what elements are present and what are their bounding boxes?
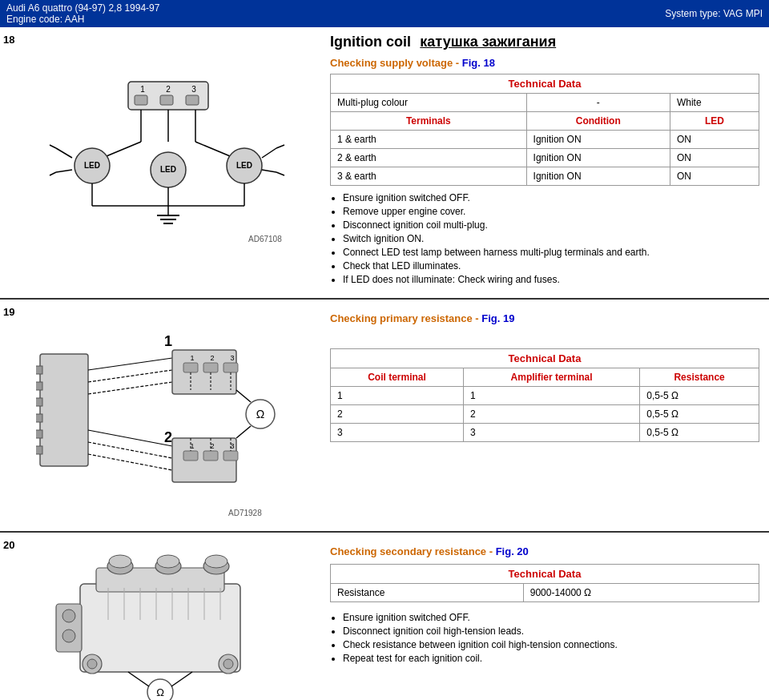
bullet-18-1: Ensure ignition switched OFF. xyxy=(343,192,759,203)
svg-rect-70 xyxy=(223,451,238,461)
engine-code: Engine code: AAH xyxy=(6,14,84,25)
section-18-title-area: Ignition coil катушка зажигания xyxy=(330,34,759,50)
tech-header-18: Technical Data xyxy=(331,74,759,94)
row19-1-res: 0,5-5 Ω xyxy=(640,387,759,405)
content-area: 18 1 2 3 xyxy=(0,27,769,700)
svg-rect-4 xyxy=(135,95,147,105)
svg-text:Ω: Ω xyxy=(256,408,264,420)
svg-text:LED: LED xyxy=(236,160,252,169)
bullet-20-2: Disconnect ignition coil high-tension le… xyxy=(343,626,759,637)
row19-2-coil: 2 xyxy=(331,405,464,424)
row19-2-amp: 2 xyxy=(463,405,639,424)
svg-text:1: 1 xyxy=(140,85,145,94)
svg-line-15 xyxy=(56,170,72,172)
row18-3-cond: Ignition ON xyxy=(526,167,670,186)
section-18: 18 1 2 3 xyxy=(0,27,769,300)
svg-rect-69 xyxy=(203,451,218,461)
bullet-18-3: Disconnect ignition coil multi-plug. xyxy=(343,219,759,231)
svg-text:2: 2 xyxy=(210,354,214,362)
svg-point-85 xyxy=(62,630,75,642)
svg-rect-53 xyxy=(183,363,198,372)
row18-1-cond: Ignition ON xyxy=(526,131,670,149)
bullet-18-5: Connect LED test lamp between harness mu… xyxy=(343,247,759,258)
bullets-20: Ensure ignition switched OFF. Disconnect… xyxy=(343,612,759,664)
section-18-checking: Checking supply voltage - Fig. 18 xyxy=(330,57,759,69)
svg-line-25 xyxy=(276,172,284,175)
svg-line-23 xyxy=(276,145,284,148)
bullet-18-6: Check that LED illuminates. xyxy=(343,260,759,272)
svg-rect-55 xyxy=(223,363,238,372)
row18-3-term: 3 & earth xyxy=(331,167,527,186)
svg-rect-41 xyxy=(36,446,42,454)
section-19-diagram: 1 1 2 3 Ω xyxy=(24,300,320,531)
section-18-content: Ignition coil катушка зажигания Checking… xyxy=(320,27,769,298)
fig18-link[interactable]: Fig. 18 xyxy=(462,57,495,69)
bullet-18-2: Remove upper engine cover. xyxy=(343,206,759,217)
bullet-20-4: Repeat test for each ignition coil. xyxy=(343,653,759,664)
row18-2-cond: Ignition ON xyxy=(526,149,670,167)
svg-point-82 xyxy=(205,555,227,568)
svg-point-97 xyxy=(223,659,233,669)
meta-label-18: Multi-plug colour xyxy=(331,94,527,112)
svg-rect-68 xyxy=(183,451,198,461)
row19-3-amp: 3 xyxy=(463,424,639,442)
tech-table-19: Technical Data Coil terminal Amplifier t… xyxy=(330,348,759,442)
svg-line-62 xyxy=(236,426,251,438)
svg-line-24 xyxy=(262,170,276,172)
svg-line-43 xyxy=(88,370,172,382)
section-18-title-ru: катушка зажигания xyxy=(420,34,556,50)
row19-3-res: 0,5-5 Ω xyxy=(640,424,759,442)
row18-2-term: 2 & earth xyxy=(331,149,527,167)
svg-rect-35 xyxy=(40,354,88,466)
svg-point-84 xyxy=(62,609,75,622)
svg-line-22 xyxy=(262,148,276,158)
svg-text:3: 3 xyxy=(191,85,196,94)
svg-line-47 xyxy=(88,454,172,470)
bullet-18-4: Switch ignition ON. xyxy=(343,233,759,244)
system-type: System type: VAG MPI xyxy=(665,8,763,19)
col-amp-terminal: Amplifier terminal xyxy=(463,368,639,387)
meta-dash-18: - xyxy=(526,94,670,112)
section-19-num: 19 xyxy=(0,300,24,531)
bullet-20-3: Check resistance between ignition coil h… xyxy=(343,639,759,650)
fig20-link[interactable]: Fig. 20 xyxy=(496,545,529,557)
svg-rect-6 xyxy=(186,95,199,105)
tech-table-18: Technical Data Multi-plug colour - White… xyxy=(330,74,759,186)
svg-text:1: 1 xyxy=(190,354,194,362)
diagram-19-svg: 1 1 2 3 Ω xyxy=(36,306,308,522)
svg-point-78 xyxy=(109,555,131,568)
svg-line-100 xyxy=(128,672,149,686)
section-20-checking: Checking secondary resistance - Fig. 20 xyxy=(330,545,759,557)
section-19-content: Checking primary resistance - Fig. 19 Te… xyxy=(320,300,769,531)
col-led: LED xyxy=(670,112,759,131)
fig19-link[interactable]: Fig. 19 xyxy=(481,312,514,324)
svg-line-61 xyxy=(236,390,251,402)
row19-1-amp: 1 xyxy=(463,387,639,405)
row19-1-coil: 1 xyxy=(331,387,464,405)
svg-line-13 xyxy=(56,148,72,158)
section-18-diagram: 1 2 3 LED xyxy=(24,27,320,298)
section-18-title: Ignition coil xyxy=(330,34,411,50)
svg-text:Ω: Ω xyxy=(156,686,164,698)
svg-rect-5 xyxy=(160,95,173,105)
meta-value-18: White xyxy=(670,94,759,112)
section-20-content: Checking secondary resistance - Fig. 20 … xyxy=(320,533,769,700)
bullets-18: Ensure ignition switched OFF. Remove upp… xyxy=(343,192,759,285)
svg-line-101 xyxy=(171,672,192,686)
tech-table-20: Technical Data Resistance 9000-14000 Ω xyxy=(330,564,759,602)
svg-line-19 xyxy=(195,142,234,158)
svg-text:AD67108: AD67108 xyxy=(248,235,282,243)
svg-line-10 xyxy=(103,142,141,158)
car-model: Audi A6 quattro (94-97) 2,8 1994-97 xyxy=(6,2,159,14)
row18-1-term: 1 & earth xyxy=(331,131,527,149)
section-19-checking: Checking primary resistance - Fig. 19 xyxy=(330,312,759,324)
svg-rect-39 xyxy=(36,414,42,422)
diagram-18-svg: 1 2 3 LED xyxy=(48,78,296,246)
svg-text:2: 2 xyxy=(166,85,171,94)
svg-point-80 xyxy=(157,555,179,568)
svg-text:1: 1 xyxy=(164,333,172,349)
resistance-label-20: Resistance xyxy=(331,584,524,602)
svg-rect-54 xyxy=(203,363,218,372)
header-bar: Audi A6 quattro (94-97) 2,8 1994-97 Engi… xyxy=(0,0,769,27)
tech-header-20: Technical Data xyxy=(331,565,759,584)
